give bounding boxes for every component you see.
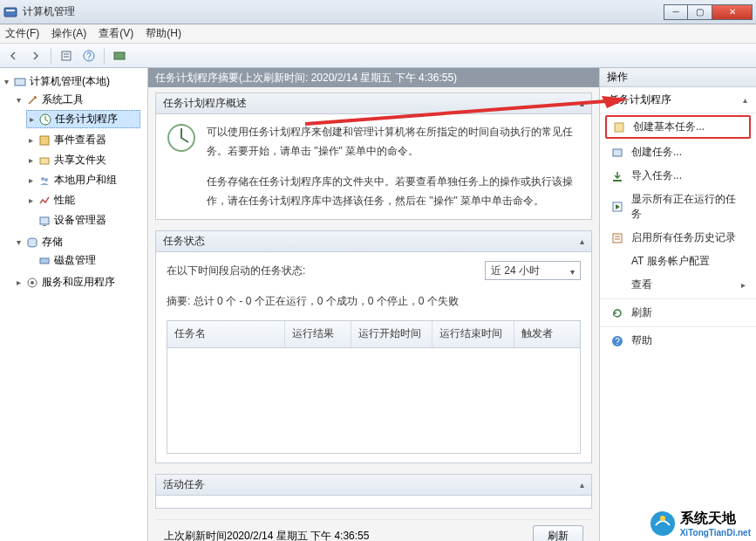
tree-root[interactable]: ▾ 计算机管理(本地) — [2, 73, 144, 90]
close-button[interactable]: ✕ — [712, 4, 753, 20]
action-view[interactable]: 查看 ▸ — [600, 273, 756, 297]
footer-row: 上次刷新时间2020/2/14 星期五 下午 4:36:55 刷新 — [155, 519, 592, 541]
watermark-en: XiTongTianDi.net — [680, 528, 751, 538]
device-icon — [37, 214, 51, 228]
storage-icon — [25, 236, 39, 250]
window-title: 计算机管理 — [23, 4, 75, 19]
watermark-logo-icon — [649, 510, 677, 538]
overview-group: 任务计划程序概述▴ 可以使用任务计划程序来创建和管理计算机将在所指定的时间自动执… — [155, 92, 592, 220]
col-name[interactable]: 任务名 — [167, 321, 285, 347]
help-toolbar-icon[interactable]: ? — [79, 46, 99, 65]
svg-rect-11 — [40, 158, 49, 164]
svg-rect-7 — [114, 52, 125, 59]
chevron-right-icon: ▸ — [741, 280, 746, 290]
action-create-task[interactable]: 创建任务... — [600, 140, 756, 164]
tree-shared-folders[interactable]: ▸共享文件夹 — [26, 152, 140, 168]
center-pane: 任务计划程序摘要(上次刷新时间: 2020/2/14 星期五 下午 4:36:5… — [148, 68, 599, 541]
chevron-up-icon[interactable]: ▴ — [580, 236, 584, 246]
properties-icon[interactable] — [57, 46, 76, 65]
svg-rect-10 — [40, 136, 49, 145]
import-icon — [610, 169, 624, 183]
svg-rect-2 — [62, 51, 71, 60]
actions-pane-header: 操作 — [600, 68, 756, 87]
tree-event-viewer[interactable]: ▸事件查看器 — [26, 132, 140, 148]
action-import-task[interactable]: 导入任务... — [600, 164, 756, 188]
action-view-label: 查看 — [631, 277, 652, 292]
svg-rect-23 — [613, 180, 622, 181]
app-icon — [3, 5, 17, 19]
col-result[interactable]: 运行结果 — [285, 321, 351, 347]
chevron-up-icon[interactable]: ▴ — [580, 480, 584, 490]
tree-device-manager[interactable]: 设备管理器 — [26, 212, 140, 229]
perf-icon — [37, 194, 51, 208]
action-create-task-label: 创建任务... — [631, 145, 682, 160]
task-grid: 任务名 运行结果 运行开始时间 运行结束时间 触发者 — [167, 320, 581, 454]
tree-performance-label: 性能 — [54, 193, 75, 208]
nav-forward-button[interactable] — [26, 46, 45, 65]
action-show-running[interactable]: 显示所有正在运行的任务 — [600, 188, 756, 226]
share-icon — [37, 154, 51, 168]
menu-help[interactable]: 帮助(H) — [146, 26, 181, 41]
tree-services-apps[interactable]: ▸服务和应用程序 — [14, 274, 142, 291]
tree-local-users[interactable]: ▸本地用户和组 — [26, 172, 140, 188]
svg-point-12 — [41, 177, 44, 181]
svg-rect-0 — [4, 8, 17, 17]
col-start[interactable]: 运行开始时间 — [351, 321, 433, 347]
tree-services-apps-label: 服务和应用程序 — [42, 275, 115, 290]
view-icon — [610, 278, 624, 292]
tree-system-tools-label: 系统工具 — [42, 92, 84, 107]
tree-pane: ▾ 计算机管理(本地) ▾ 系统工具 — [0, 68, 148, 541]
svg-rect-8 — [15, 79, 25, 86]
col-trigger[interactable]: 触发者 — [514, 321, 580, 347]
refresh-button[interactable]: 刷新 — [533, 525, 583, 541]
svg-rect-15 — [43, 225, 46, 226]
tree-storage[interactable]: ▾ 存储 — [14, 234, 142, 250]
clock-large-icon — [167, 123, 196, 153]
last-refresh-text: 上次刷新时间2020/2/14 星期五 下午 4:36:55 — [164, 529, 369, 541]
refresh-toolbar-icon[interactable] — [110, 46, 129, 65]
active-group: 活动任务▴ — [155, 474, 592, 509]
actions-pane: 操作 任务计划程序 ▴ 创建基本任务... 创建任务... 导入任务... 显示… — [599, 68, 756, 541]
tree-performance[interactable]: ▸性能 — [26, 192, 140, 209]
overview-p1: 可以使用任务计划程序来创建和管理计算机将在所指定的时间自动执行的常见任务。若要开… — [207, 123, 581, 161]
svg-rect-14 — [40, 217, 49, 224]
time-range-select[interactable]: 近 24 小时 — [485, 261, 581, 280]
action-enable-history-label: 启用所有任务历史记录 — [631, 230, 736, 245]
tree-local-users-label: 本地用户和组 — [54, 173, 117, 188]
tree-disk-management[interactable]: 磁盘管理 — [26, 252, 140, 269]
tools-icon — [25, 93, 39, 107]
watermark-cn: 系统天地 — [680, 510, 751, 528]
action-enable-history[interactable]: 启用所有任务历史记录 — [600, 226, 756, 250]
status-label: 在以下时间段启动的任务状态: — [167, 262, 305, 281]
summary-header-text: 任务计划程序摘要(上次刷新时间: 2020/2/14 星期五 下午 4:36:5… — [155, 71, 457, 86]
action-import-task-label: 导入任务... — [631, 168, 682, 183]
svg-point-13 — [44, 178, 48, 181]
nav-back-button[interactable] — [3, 46, 23, 65]
menu-view[interactable]: 查看(V) — [99, 26, 133, 41]
action-refresh[interactable]: 刷新 — [600, 301, 756, 325]
task-grid-body — [167, 348, 580, 453]
tree-system-tools[interactable]: ▾ 系统工具 — [14, 92, 142, 108]
action-create-basic-task[interactable]: 创建基本任务... — [605, 115, 751, 139]
running-icon — [610, 200, 624, 214]
wizard-icon — [612, 120, 626, 134]
blank-icon — [610, 255, 624, 269]
action-help[interactable]: ? 帮助 — [600, 329, 756, 353]
refresh-icon — [610, 306, 624, 320]
action-at-service[interactable]: AT 服务帐户配置 — [600, 250, 756, 273]
overview-title: 任务计划程序概述 — [163, 96, 247, 111]
col-end[interactable]: 运行结束时间 — [432, 321, 514, 347]
minimize-button[interactable]: ─ — [664, 4, 688, 20]
chevron-up-icon[interactable]: ▴ — [580, 99, 584, 108]
maximize-button[interactable]: ▢ — [688, 4, 712, 20]
tree-event-viewer-label: 事件查看器 — [54, 133, 106, 147]
svg-point-32 — [650, 511, 675, 536]
svg-rect-21 — [615, 123, 623, 132]
tree-task-scheduler[interactable]: ▸ 任务计划程序 — [26, 110, 140, 128]
status-group: 任务状态▴ 在以下时间段启动的任务状态: 近 24 小时 摘要: 总计 0 个 … — [155, 230, 592, 462]
tree-task-scheduler-label: 任务计划程序 — [55, 112, 118, 127]
menu-file[interactable]: 文件(F) — [5, 26, 39, 41]
status-title: 任务状态 — [163, 234, 205, 249]
triangle-up-icon[interactable]: ▴ — [743, 95, 747, 105]
menu-action[interactable]: 操作(A) — [51, 26, 86, 41]
